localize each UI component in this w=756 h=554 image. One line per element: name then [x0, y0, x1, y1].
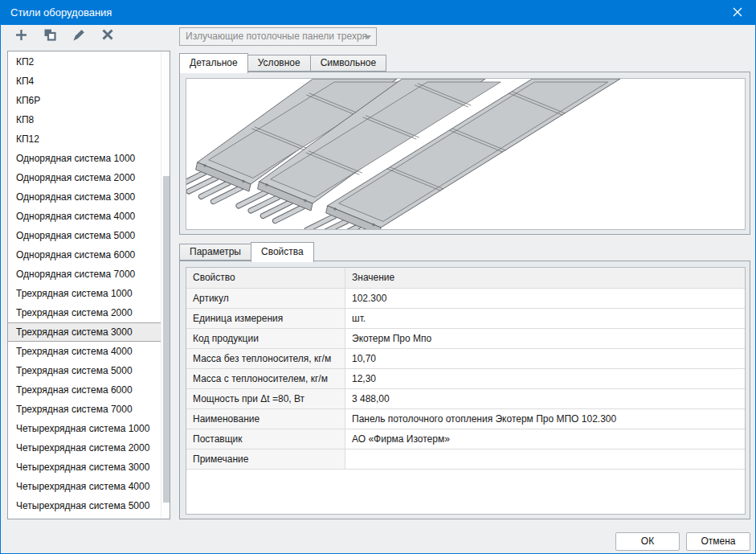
dialog-title: Стили оборудования [10, 1, 112, 25]
table-row: Артикул 102.300 [186, 289, 745, 309]
style-list-item[interactable]: Четырехрядная система 1000 [8, 419, 161, 438]
style-list-item[interactable]: Однорядная система 1000 [8, 149, 161, 168]
header-value: Значение [345, 268, 745, 288]
chevron-down-icon [365, 35, 371, 39]
table-header-row: Свойство Значение [186, 268, 745, 289]
property-value-cell: 12,30 [345, 369, 745, 388]
table-row: Наименование Панель потолочного отоплени… [186, 409, 745, 429]
property-value-cell: АО «Фирма Изотерм» [345, 429, 745, 449]
delete-icon [102, 29, 113, 43]
property-name-cell: Масса с теплоносителем, кг/м [186, 369, 345, 388]
ceiling-panels-3d-preview [186, 79, 745, 229]
style-list-item[interactable]: Однорядная система 6000 [8, 245, 161, 265]
detail-tab[interactable]: Параметры [179, 244, 251, 261]
property-name-cell: Поставщик [186, 429, 345, 449]
delete-style-button[interactable] [99, 28, 116, 44]
copy-style-button[interactable] [41, 28, 59, 44]
style-list-item[interactable]: Однорядная система 2000 [8, 168, 161, 187]
equipment-styles-dialog: Стили оборудования [0, 0, 756, 554]
properties-canvas: Свойство Значение Артикул 102.300 Единиц… [186, 267, 746, 515]
copy-icon [43, 28, 56, 44]
style-list-item[interactable]: КП4 [8, 72, 161, 91]
property-value-cell: Панель потолочного отопления Экотерм Про… [345, 409, 745, 429]
ok-button[interactable]: ОК [615, 532, 680, 551]
style-list-item[interactable]: КП12 [8, 129, 161, 149]
style-list-item[interactable]: Трехрядная система 3000 [8, 322, 161, 342]
table-row: Единица измерения шт. [186, 309, 745, 329]
table-body: Артикул 102.300 Единица измерения шт. Ко… [186, 289, 745, 470]
style-list-item[interactable]: Четырехрядная система 5000 [8, 496, 161, 515]
property-value-cell: 3 488,00 [345, 389, 745, 408]
style-list-item[interactable]: Трехрядная система 6000 [8, 380, 161, 400]
preview-pane [179, 72, 750, 235]
property-name-cell: Мощность при Δt =80, Вт [186, 389, 345, 408]
style-list-items: КП2КП4КП6РКП8КП12Однорядная система 1000… [8, 52, 161, 515]
property-value-cell [345, 449, 745, 469]
cancel-button[interactable]: Отмена [686, 532, 750, 551]
property-name-cell: Код продукции [186, 329, 345, 348]
title-bar: Стили оборудования [1, 1, 755, 25]
style-list-item[interactable]: Трехрядная система 5000 [8, 361, 161, 380]
style-list-item[interactable]: Однорядная система 4000 [8, 207, 161, 226]
list-scrollbar[interactable] [161, 51, 170, 519]
property-name-cell: Примечание [186, 449, 345, 469]
view-tabs: ДетальноеУсловноеСимвольное [179, 52, 386, 72]
properties-pane: Свойство Значение Артикул 102.300 Единиц… [179, 261, 750, 519]
category-dropdown[interactable]: Излучающие потолочные панели трехря [179, 27, 377, 46]
style-list-item[interactable]: КП6Р [8, 91, 161, 110]
preview-canvas [186, 78, 746, 230]
view-tab[interactable]: Символьное [310, 55, 387, 72]
header-property: Свойство [186, 268, 345, 288]
view-tab[interactable]: Детальное [179, 53, 248, 73]
category-dropdown-value: Излучающие потолочные панели трехря [186, 31, 367, 42]
style-list-item[interactable]: Однорядная система 3000 [8, 187, 161, 207]
toolbar [12, 28, 116, 44]
style-list-item[interactable]: Трехрядная система 1000 [8, 284, 161, 303]
edit-icon [73, 29, 85, 44]
table-row: Код продукции Экотерм Про Мпо [186, 329, 745, 349]
edit-style-button[interactable] [70, 28, 88, 44]
style-list-item[interactable]: Трехрядная система 4000 [8, 342, 161, 361]
style-list-item[interactable]: Четырехрядная система 2000 [8, 438, 161, 458]
style-list-item[interactable]: Однорядная система 7000 [8, 265, 161, 284]
table-row: Масса с теплоносителем, кг/м 12,30 [186, 369, 745, 389]
style-list-item[interactable]: КП8 [8, 110, 161, 129]
property-name-cell: Наименование [186, 409, 345, 429]
close-icon [733, 6, 742, 20]
style-list-item[interactable]: Однорядная система 5000 [8, 226, 161, 245]
add-style-button[interactable] [12, 28, 30, 44]
property-value-cell: 102.300 [345, 289, 745, 308]
list-scrollbar-thumb[interactable] [163, 176, 170, 503]
property-value-cell: 10,70 [345, 349, 745, 368]
detail-tab[interactable]: Свойства [251, 242, 314, 262]
properties-table: Свойство Значение Артикул 102.300 Единиц… [186, 268, 745, 470]
table-row: Мощность при Δt =80, Вт 3 488,00 [186, 389, 745, 409]
style-list-item[interactable]: Трехрядная система 2000 [8, 303, 161, 322]
close-button[interactable] [719, 1, 755, 25]
property-name-cell: Артикул [186, 289, 345, 308]
property-value-cell: Экотерм Про Мпо [345, 329, 745, 348]
style-list-item[interactable]: Четырехрядная система 3000 [8, 458, 161, 477]
detail-tabs: ПараметрыСвойства [179, 241, 314, 261]
style-list: КП2КП4КП6РКП8КП12Однорядная система 1000… [7, 51, 170, 519]
table-row: Поставщик АО «Фирма Изотерм» [186, 429, 745, 449]
style-list-item[interactable]: Трехрядная система 7000 [8, 400, 161, 419]
table-row: Масса без теплоносителя, кг/м 10,70 [186, 349, 745, 369]
style-list-item[interactable]: КП2 [8, 52, 161, 72]
property-name-cell: Единица измерения [186, 309, 345, 328]
add-icon [15, 29, 27, 44]
property-name-cell: Масса без теплоносителя, кг/м [186, 349, 345, 368]
property-value-cell: шт. [345, 309, 745, 328]
view-tab[interactable]: Условное [247, 55, 311, 72]
style-list-item[interactable]: Четырехрядная система 4000 [8, 477, 161, 496]
table-row: Примечание [186, 449, 745, 470]
